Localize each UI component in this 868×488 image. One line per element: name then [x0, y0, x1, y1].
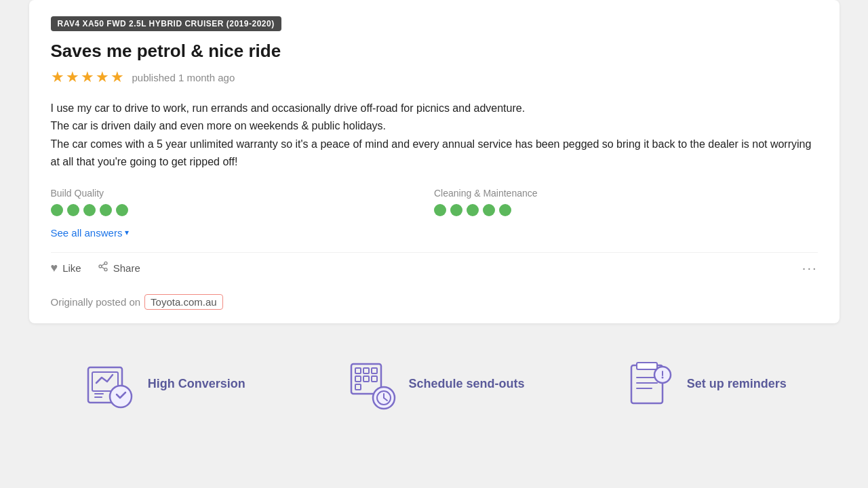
schedule-label: Schedule send-outs: [408, 377, 524, 391]
cleaning-label: Cleaning & Maintenance: [434, 188, 818, 199]
svg-point-27: [661, 376, 663, 378]
vehicle-badge: RAV4 XA50 FWD 2.5L HYBRID CRUISER (2019-…: [51, 16, 281, 31]
dot-bq-2: [67, 204, 79, 216]
star-2: ★: [66, 68, 79, 86]
star-3: ★: [81, 68, 94, 86]
svg-point-2: [104, 268, 107, 271]
review-meta: ★ ★ ★ ★ ★ published 1 month ago: [51, 68, 818, 86]
features-section: High Conversion Sch: [29, 350, 840, 418]
action-buttons: ♥ Like Share: [51, 258, 140, 278]
published-date: published 1 month ago: [132, 72, 235, 83]
share-icon: [98, 261, 108, 274]
like-label: Like: [62, 262, 81, 274]
schedule-icon: [343, 357, 397, 411]
svg-rect-9: [355, 368, 361, 373]
review-line-1: I use my car to drive to work, run erran…: [51, 102, 526, 114]
share-label: Share: [113, 262, 140, 274]
star-5: ★: [111, 68, 124, 86]
review-line-3: The car comes with a 5 year unlimited wa…: [51, 138, 812, 167]
cleaning-group: Cleaning & Maintenance: [434, 188, 818, 216]
build-quality-dots: [51, 204, 435, 216]
dot-cm-2: [450, 204, 462, 216]
share-button[interactable]: Share: [98, 258, 140, 277]
svg-point-0: [104, 262, 107, 264]
dot-bq-4: [100, 204, 112, 216]
review-body: I use my car to drive to work, run erran…: [51, 100, 818, 171]
star-1: ★: [51, 68, 64, 86]
review-line-2: The car is driven daily and even more on…: [51, 120, 387, 131]
svg-rect-14: [372, 376, 377, 382]
reminders-icon: [622, 357, 676, 411]
svg-rect-10: [363, 368, 369, 373]
dot-cm-4: [483, 204, 495, 216]
build-quality-group: Build Quality: [51, 188, 435, 216]
more-options-button[interactable]: ···: [802, 260, 818, 276]
dot-bq-3: [83, 204, 96, 216]
svg-line-3: [101, 267, 104, 269]
review-actions: ♥ Like Share ···: [51, 252, 818, 283]
heart-icon: ♥: [51, 261, 58, 275]
high-conversion-label: High Conversion: [148, 377, 245, 391]
feature-reminders: Set up reminders: [569, 357, 839, 411]
svg-point-1: [99, 265, 102, 268]
svg-rect-12: [355, 376, 361, 382]
dot-cm-5: [499, 204, 511, 216]
feature-high-conversion: High Conversion: [29, 357, 299, 411]
svg-line-4: [101, 264, 104, 266]
dot-cm-1: [434, 204, 446, 216]
star-4: ★: [96, 68, 109, 86]
star-rating: ★ ★ ★ ★ ★: [51, 68, 124, 86]
originally-posted-text: Originally posted on: [51, 296, 141, 308]
svg-rect-15: [355, 384, 361, 390]
like-button[interactable]: ♥ Like: [51, 258, 81, 278]
see-all-answers-text: See all answers: [51, 227, 123, 239]
svg-rect-21: [637, 363, 657, 369]
ratings-row: Build Quality Cleaning & Maintenance: [51, 188, 818, 216]
svg-rect-13: [363, 376, 369, 382]
dot-cm-3: [467, 204, 479, 216]
originally-posted: Originally posted on Toyota.com.au: [51, 294, 818, 310]
see-all-answers-link[interactable]: See all answers ▾: [51, 227, 130, 239]
dot-bq-5: [116, 204, 128, 216]
chevron-down-icon: ▾: [125, 228, 129, 237]
source-link[interactable]: Toyota.com.au: [144, 294, 223, 310]
feature-schedule: Schedule send-outs: [299, 357, 569, 411]
dot-bq-1: [51, 204, 63, 216]
reminders-label: Set up reminders: [687, 377, 787, 391]
conversion-icon: [83, 357, 137, 411]
build-quality-label: Build Quality: [51, 188, 435, 199]
cleaning-dots: [434, 204, 818, 216]
svg-rect-11: [372, 368, 377, 373]
review-card: RAV4 XA50 FWD 2.5L HYBRID CRUISER (2019-…: [29, 0, 840, 323]
review-title: Saves me petrol & nice ride: [51, 41, 818, 62]
